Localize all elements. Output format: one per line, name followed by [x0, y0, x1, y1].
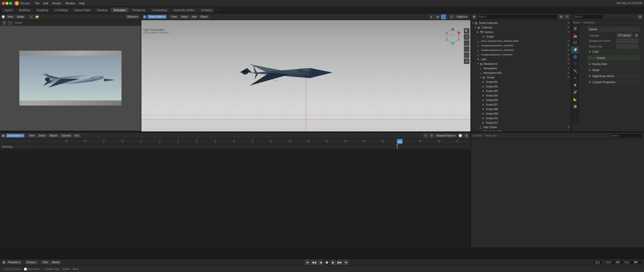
gravity-header[interactable]: ▼ ✓ Gravity — [587, 55, 640, 60]
outliner-filter-btn[interactable]: ⊞ — [558, 14, 564, 19]
eye-btn[interactable]: 👁 — [567, 130, 570, 131]
outliner-item-empty007[interactable]: ⊕ Empty.007 — [471, 102, 571, 107]
dope-channel-menu[interactable]: Channel — [60, 134, 72, 138]
vp-add-menu[interactable]: Add — [190, 15, 198, 19]
vp-shading-rendered[interactable]: ○ — [441, 14, 446, 19]
eye-btn[interactable]: 👁 — [567, 72, 570, 74]
props-filter-btn[interactable]: ⊞ — [637, 14, 642, 19]
end-frame-input[interactable] — [629, 260, 642, 264]
eye-btn[interactable]: 👁 — [567, 62, 570, 65]
outliner-item-empty001[interactable]: ⊕ Empty.001 — [471, 80, 571, 84]
props-tab-particles[interactable]: ✦ — [572, 75, 579, 82]
eye-btn[interactable]: 👁 — [567, 58, 570, 60]
vp-editor-type[interactable]: 3 — [143, 15, 146, 19]
eye-btn[interactable]: 👁 — [567, 40, 570, 42]
props-bottom-scene[interactable]: ⊙ Scene — [472, 134, 482, 137]
editor-type-icon[interactable]: ⬜ — [2, 15, 5, 19]
pb-keying-menu[interactable]: Keying ▾ — [25, 260, 37, 264]
scene-section-header[interactable]: Scene — [587, 27, 640, 32]
pb-view-menu[interactable]: View — [41, 260, 50, 264]
props-tab-constraints[interactable]: 🔗 — [572, 89, 579, 96]
tab-geometry-nodes[interactable]: Geometry Nodes — [171, 8, 197, 13]
view-menu[interactable]: View — [6, 15, 15, 19]
eye-btn[interactable]: 👁 — [567, 67, 570, 70]
playback-menu[interactable]: Playback ▾ — [7, 260, 22, 264]
tab-texture-paint[interactable]: Texture Paint — [71, 8, 93, 13]
units-header[interactable]: ▶ Units — [587, 49, 640, 54]
outliner-item-collection[interactable]: ▼ ▤ Collection 👁 — [471, 25, 571, 30]
outliner-item-empty003[interactable]: ⊕ Empty.003 — [471, 89, 571, 93]
props-tab-scene[interactable]: 🌍 — [572, 46, 579, 53]
tab-add[interactable]: + — [215, 8, 221, 13]
outliner-item-mesh4[interactable]: △ morgancanopmain-1_Mesh004 👁 — [471, 52, 571, 57]
keying-sets-header[interactable]: ▶ Keying Sets — [587, 61, 640, 66]
jump-end-btn[interactable]: ⏭ — [343, 260, 349, 265]
tab-modeling[interactable]: Modeling — [16, 8, 33, 13]
outliner-item-empty002[interactable]: ⊕ Empty.002 — [471, 84, 571, 89]
vp-view-selected[interactable]: ⊙ — [464, 34, 469, 40]
dope-marker-menu[interactable]: Marker — [48, 134, 59, 138]
vp-camera-view[interactable]: 🎥 — [464, 52, 469, 58]
play-back-btn[interactable]: ◀ — [318, 260, 323, 265]
tab-scripting[interactable]: Scripting — [198, 8, 215, 13]
props-bottom-search[interactable] — [610, 133, 642, 138]
close-button[interactable] — [2, 2, 5, 5]
props-tab-render[interactable]: 🎬 — [572, 25, 579, 32]
audio-header[interactable]: ▶ Audio — [587, 67, 640, 73]
dope-zoom[interactable]: ⊞ — [464, 133, 469, 138]
menu-edit[interactable]: Edit — [42, 1, 50, 5]
props-tab-modifier[interactable]: 🔧 — [572, 67, 579, 75]
outliner-item-empty010[interactable]: ⊕ Empty.010 — [471, 116, 571, 120]
start-frame-input[interactable] — [611, 260, 624, 264]
outliner-item-mesh3[interactable]: △ morgancanoprefront.1_Mesh002 👁 — [471, 48, 571, 52]
vp-zoom-out[interactable]: − — [464, 46, 469, 52]
outliner-item-clouds[interactable]: ▼ ▤ Clouds 👁 — [471, 75, 571, 80]
tab-uv-editing[interactable]: UV Editing — [52, 8, 71, 13]
outliner-item-mesh2[interactable]: △ morgancanoprefront.1_Mesh001 👁 — [471, 43, 571, 48]
props-tab-world[interactable]: 🌀 — [572, 53, 579, 60]
eye-btn[interactable]: 👁 — [567, 22, 570, 24]
outliner-item-camera[interactable]: ▶ 📷 Camera 👁 — [471, 30, 571, 34]
outliner-item-empty013[interactable]: ⊕ Empty.013 — [471, 120, 571, 125]
props-tab-material[interactable]: ⬤ — [572, 103, 579, 110]
eye-btn[interactable]: 👁 — [567, 126, 570, 128]
outliner-item-empty005[interactable]: ⊕ Empty.005 — [471, 98, 571, 102]
tab-sculpting[interactable]: Sculpting — [34, 8, 51, 13]
outliner-item-scene-collection[interactable]: ▼ ▤ Scene Collection 👁 — [471, 21, 571, 25]
outliner-search-input[interactable] — [477, 15, 557, 19]
breadcrumb-scene[interactable]: Scene — [573, 21, 580, 24]
minimize-button[interactable] — [6, 2, 9, 5]
pb-marker-menu[interactable]: Marker — [50, 260, 61, 264]
vp-ortho-toggle[interactable]: ⊞ — [464, 58, 469, 64]
new-image-btn[interactable]: + — [29, 14, 34, 19]
outliner-item-light[interactable]: ☀ Light 👁 — [471, 57, 571, 61]
outliner-item-flair001[interactable]: △ Flair Outline.001 👁 — [471, 129, 571, 131]
vp-shading-solid[interactable]: ● — [429, 14, 434, 19]
tool-cursor[interactable]: ✛ — [2, 20, 7, 25]
nearest-frame-btn[interactable]: Nearest Frame ▾ — [435, 134, 457, 138]
custom-props-header[interactable]: ▶ Custom Properties — [587, 80, 640, 85]
vp-toggle-sidebar[interactable]: 🔍 — [464, 28, 469, 34]
dope-snap-btn[interactable]: ⊙ — [423, 133, 428, 138]
playback-type-icon[interactable]: ⏱ — [2, 261, 6, 264]
tab-rendering[interactable]: Rendering — [129, 8, 148, 13]
play-btn[interactable]: ▶ — [330, 260, 336, 265]
stop-btn[interactable]: ⬤ — [324, 260, 329, 265]
dope-prop-icon[interactable]: ⚙ — [429, 133, 434, 138]
props-tab-data[interactable]: 📐 — [572, 96, 579, 103]
dope-time-type[interactable]: 🕐 — [458, 133, 463, 138]
outliner-item-atmosphere001[interactable]: △ Atmosphere.001 👁 — [471, 71, 571, 75]
open-image-btn[interactable]: 📂 — [35, 14, 40, 19]
props-tab-view-layer[interactable]: 🎞 — [572, 39, 579, 46]
tool-move[interactable]: ↕ — [8, 20, 13, 25]
current-frame-display[interactable]: 232 — [592, 260, 602, 264]
dope-type-icon[interactable]: ⊞ — [2, 134, 5, 138]
tab-layout[interactable]: Layout — [1, 8, 15, 13]
eye-btn[interactable]: 👁 — [567, 49, 570, 51]
eye-btn[interactable]: 👁 — [567, 26, 570, 29]
outliner-item-atmosphere[interactable]: △ Atmosphere 👁 — [471, 66, 571, 71]
vp-select-menu[interactable]: Select — [179, 15, 189, 19]
image-menu[interactable]: Image — [16, 15, 26, 19]
vp-overlay-btn[interactable]: ⊙ — [449, 14, 454, 19]
vp-zoom-in[interactable]: + — [464, 40, 469, 46]
